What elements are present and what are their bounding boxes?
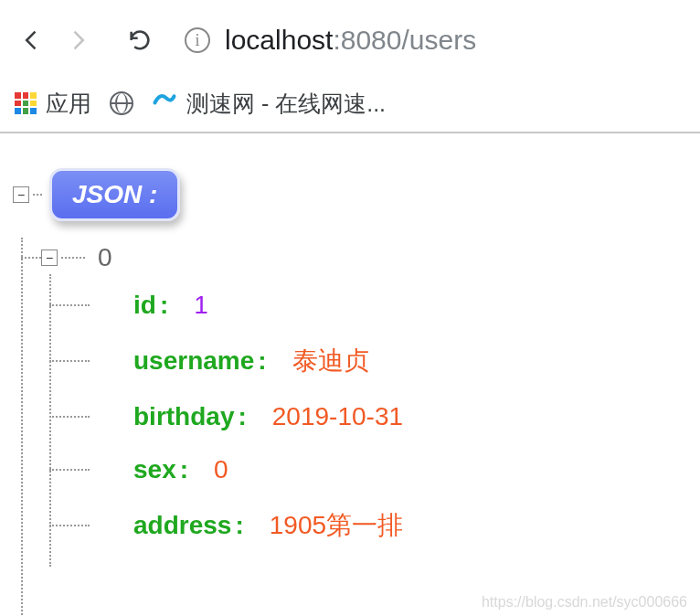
property-key: id [133,291,156,320]
colon: : [235,511,243,540]
array-index-label: 0 [98,243,112,272]
speedtest-icon [152,88,177,119]
bookmark-globe[interactable] [110,91,133,115]
json-property-row: birthday: 2019-10-31 [133,402,700,431]
json-viewer: − JSON : − 0 id: 1 username: [0,133,700,543]
tree-root-row: − JSON : [13,168,700,221]
url-text: localhost:8080/users [225,25,476,56]
json-property-row: username: 泰迪贞 [133,344,700,378]
back-button[interactable] [15,23,49,58]
tree-connector [49,416,90,418]
colon: : [238,402,246,431]
property-value: 2019-10-31 [272,402,403,431]
tree-connector [21,238,23,616]
apps-icon [15,92,37,114]
url-path: :8080/users [333,25,476,55]
tree-connector [61,257,85,259]
bookmarks-bar: 应用 测速网 - 在线网速... [0,80,700,133]
tree-connector [49,469,90,471]
property-value: 1905第一排 [270,508,403,543]
address-bar[interactable]: i localhost:8080/users [185,25,685,56]
property-key: address [133,511,231,540]
tree-connector [33,194,42,196]
tree-array-item: − 0 [77,243,700,272]
tree-connector [49,274,51,567]
tree-connector [21,257,41,259]
colon: : [258,346,266,376]
forward-button[interactable] [60,23,95,58]
json-property-row: address: 1905第一排 [133,508,700,543]
json-property-row: sex: 0 [133,455,700,484]
browser-toolbar: i localhost:8080/users [0,0,700,80]
json-root-badge[interactable]: JSON : [49,168,180,221]
apps-label: 应用 [46,89,91,119]
tree-connector [49,360,90,362]
apps-shortcut[interactable]: 应用 [15,89,91,119]
site-info-icon[interactable]: i [185,27,210,53]
json-property-row: id: 1 [133,291,700,320]
refresh-button[interactable] [122,23,157,58]
collapse-toggle[interactable]: − [13,186,29,203]
property-value: 泰迪贞 [292,344,369,378]
property-key: birthday [133,402,234,431]
speedtest-label: 测速网 - 在线网速... [186,89,386,119]
bookmark-speedtest[interactable]: 测速网 - 在线网速... [152,88,386,119]
colon: : [180,455,188,484]
property-key: sex [133,455,176,484]
watermark-text: https://blog.csdn.net/syc000666 [482,594,687,611]
property-value: 1 [194,291,208,320]
colon: : [160,291,168,320]
tree-connector [49,525,90,526]
url-host: localhost [225,25,333,55]
tree-connector [49,304,90,306]
property-key: username [133,346,254,376]
collapse-toggle[interactable]: − [41,250,58,266]
globe-icon [110,91,133,115]
property-value: 0 [214,455,228,484]
